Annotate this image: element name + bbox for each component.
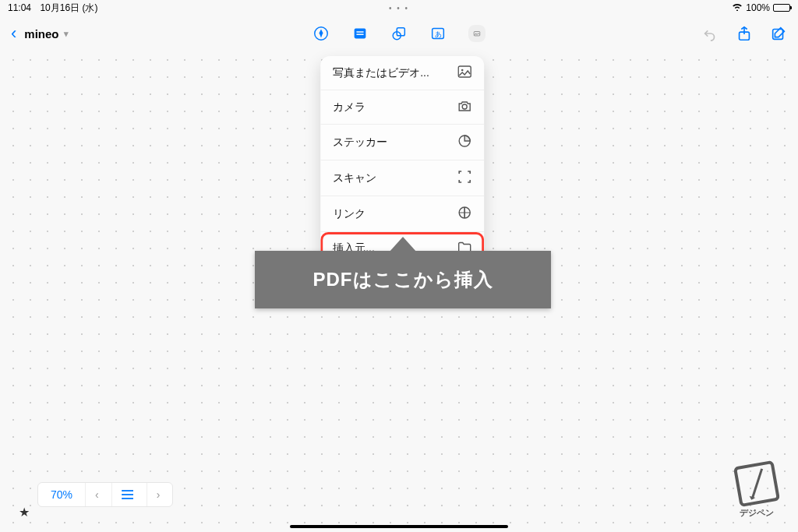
menu-item-scan[interactable]: スキャン: [320, 160, 484, 196]
svg-point-20: [122, 490, 123, 491]
menu-label: ステッカー: [333, 136, 387, 150]
sticker-icon: [457, 134, 471, 150]
next-page-button[interactable]: ›: [147, 483, 170, 506]
svg-point-13: [461, 69, 464, 72]
photo-icon: [457, 65, 471, 80]
page-navigator: 70% ‹ ›: [37, 482, 173, 507]
right-tool-group: [701, 25, 787, 42]
status-date: 10月16日 (水): [40, 2, 97, 13]
document-title: mineo: [24, 27, 58, 41]
camera-icon: [457, 100, 471, 115]
zoom-level[interactable]: 70%: [41, 483, 82, 506]
bottom-controls: 70% ‹ › ★: [19, 505, 30, 520]
status-time: 11:04: [8, 2, 31, 13]
document-title-dropdown[interactable]: mineo ▾: [24, 27, 68, 41]
center-tool-group: あ: [312, 25, 486, 42]
svg-point-22: [122, 498, 123, 499]
battery-percent: 100%: [746, 2, 770, 13]
pen-tool-icon[interactable]: [312, 25, 330, 42]
scan-icon: [457, 170, 471, 186]
svg-rect-1: [355, 29, 366, 39]
wifi-icon: [732, 2, 743, 13]
annotation-callout: PDFはここから挿入: [255, 251, 551, 308]
status-dots: • • •: [389, 4, 409, 12]
menu-item-sticker[interactable]: ステッカー: [320, 125, 484, 160]
insert-menu: 写真またはビデオ... カメラ ステッカー スキャン リンク 挿入元...: [320, 56, 484, 265]
menu-label: リンク: [333, 207, 365, 221]
menu-label: スキャン: [333, 171, 376, 185]
menu-label: カメラ: [333, 100, 365, 115]
page-list-button[interactable]: [111, 483, 143, 506]
chevron-down-icon: ▾: [64, 29, 69, 39]
link-icon: [457, 206, 471, 222]
menu-item-photo-video[interactable]: 写真またはビデオ...: [320, 56, 484, 90]
top-toolbar: ‹ mineo ▾ あ: [0, 20, 798, 47]
menu-item-camera[interactable]: カメラ: [320, 90, 484, 125]
menu-label: 写真またはビデオ...: [333, 66, 429, 80]
text-box-tool-icon[interactable]: [351, 25, 369, 42]
svg-text:あ: あ: [435, 30, 442, 38]
watermark-label: デジペン: [740, 507, 774, 519]
ios-status-bar: 11:04 10月16日 (水) • • • 100%: [0, 0, 798, 16]
prev-page-button[interactable]: ‹: [85, 483, 108, 506]
home-indicator: [290, 525, 508, 528]
undo-button[interactable]: [701, 25, 719, 42]
text-recognition-tool-icon[interactable]: あ: [429, 25, 447, 42]
shapes-tool-icon[interactable]: [390, 25, 408, 42]
compose-button[interactable]: [770, 25, 787, 42]
svg-point-14: [462, 104, 467, 109]
back-button[interactable]: ‹: [11, 23, 16, 44]
battery-icon: [773, 4, 790, 12]
callout-text: PDFはここから挿入: [313, 267, 493, 292]
menu-item-link[interactable]: リンク: [320, 196, 484, 232]
svg-rect-2: [356, 31, 363, 32]
svg-point-21: [122, 494, 123, 495]
watermark-logo: デジペン: [729, 463, 784, 521]
share-button[interactable]: [736, 25, 753, 42]
favorite-button[interactable]: ★: [19, 505, 30, 520]
svg-rect-3: [356, 33, 363, 34]
insert-media-tool-icon[interactable]: [468, 25, 486, 42]
